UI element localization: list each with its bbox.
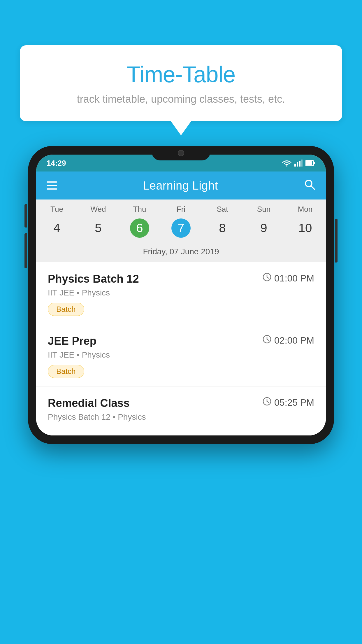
class-name-1: Physics Batch 12 bbox=[48, 273, 139, 285]
power-button bbox=[335, 219, 338, 262]
class-time-3: 05:25 PM bbox=[263, 397, 314, 408]
day-10[interactable]: 10 bbox=[284, 221, 326, 235]
svg-rect-4 bbox=[301, 160, 303, 167]
day-9[interactable]: 9 bbox=[243, 221, 284, 235]
hamburger-menu[interactable] bbox=[47, 181, 57, 190]
day-header-sat[interactable]: Sat bbox=[202, 205, 243, 214]
svg-line-15 bbox=[267, 339, 269, 340]
class-card-header-2: JEE Prep 02:00 PM bbox=[48, 335, 314, 347]
selected-date-label: Friday, 07 June 2019 bbox=[36, 243, 326, 262]
volume-up-button bbox=[24, 204, 27, 228]
batch-badge-2: Batch bbox=[48, 365, 84, 378]
wifi-icon bbox=[282, 160, 291, 167]
hamburger-line bbox=[47, 185, 57, 186]
time-text-2: 02:00 PM bbox=[274, 335, 314, 346]
classes-list: Physics Batch 12 01:00 PM bbox=[36, 262, 326, 435]
time-text-3: 05:25 PM bbox=[274, 397, 314, 408]
day-6-today[interactable]: 6 bbox=[119, 218, 160, 238]
calendar-section: Tue Wed Thu Fri Sat Sun Mon 4 5 6 7 bbox=[36, 200, 326, 262]
hamburger-line bbox=[47, 181, 57, 183]
search-button[interactable] bbox=[304, 178, 315, 193]
svg-point-0 bbox=[286, 165, 287, 167]
day-8[interactable]: 8 bbox=[202, 221, 243, 235]
front-camera bbox=[178, 150, 184, 156]
svg-line-18 bbox=[267, 401, 269, 402]
battery-icon bbox=[305, 160, 315, 166]
class-card-header-3: Remedial Class 05:25 PM bbox=[48, 397, 314, 410]
day-header-mon[interactable]: Mon bbox=[284, 205, 326, 214]
svg-line-9 bbox=[311, 186, 314, 189]
phone-frame: 14:29 bbox=[28, 146, 334, 444]
bubble-subtitle: track timetable, upcoming classes, tests… bbox=[37, 93, 325, 105]
day-header-tue[interactable]: Tue bbox=[36, 205, 78, 214]
class-meta-1: IIT JEE • Physics bbox=[48, 288, 314, 298]
volume-down-button bbox=[24, 233, 27, 268]
clock-icon-2 bbox=[263, 335, 271, 346]
batch-badge-1: Batch bbox=[48, 303, 84, 316]
day-circle-today: 6 bbox=[130, 218, 149, 238]
class-card-3[interactable]: Remedial Class 05:25 PM bbox=[36, 386, 326, 435]
svg-rect-1 bbox=[294, 164, 296, 167]
svg-rect-7 bbox=[306, 161, 312, 165]
class-time-1: 01:00 PM bbox=[263, 273, 314, 284]
day-7-selected[interactable]: 7 bbox=[160, 218, 202, 238]
svg-rect-3 bbox=[299, 161, 301, 167]
day-header-thu[interactable]: Thu bbox=[119, 205, 160, 214]
class-time-2: 02:00 PM bbox=[263, 335, 314, 346]
class-meta-2: IIT JEE • Physics bbox=[48, 350, 314, 360]
clock-icon-3 bbox=[263, 397, 271, 408]
clock-icon-1 bbox=[263, 273, 271, 284]
class-name-2: JEE Prep bbox=[48, 335, 96, 347]
class-card-header-1: Physics Batch 12 01:00 PM bbox=[48, 273, 314, 285]
signal-icon bbox=[294, 160, 303, 167]
day-header-wed[interactable]: Wed bbox=[78, 205, 119, 214]
phone-wrapper: 14:29 bbox=[28, 146, 334, 444]
svg-line-12 bbox=[267, 277, 269, 278]
phone-screen: 14:29 bbox=[36, 155, 326, 435]
class-card-2[interactable]: JEE Prep 02:00 PM bbox=[36, 324, 326, 386]
class-card-1[interactable]: Physics Batch 12 01:00 PM bbox=[36, 262, 326, 324]
day-5[interactable]: 5 bbox=[78, 221, 119, 235]
status-time: 14:29 bbox=[47, 159, 66, 168]
phone-notch bbox=[152, 146, 210, 160]
speech-bubble: Time-Table track timetable, upcoming cla… bbox=[20, 45, 342, 121]
app-title: Learning Light bbox=[143, 179, 218, 192]
hamburger-line bbox=[47, 188, 57, 190]
svg-rect-6 bbox=[314, 162, 315, 164]
day-circle-selected: 7 bbox=[171, 218, 191, 238]
speech-bubble-container: Time-Table track timetable, upcoming cla… bbox=[20, 45, 342, 121]
time-text-1: 01:00 PM bbox=[274, 273, 314, 284]
class-meta-3: Physics Batch 12 • Physics bbox=[48, 412, 314, 422]
day-header-fri[interactable]: Fri bbox=[160, 205, 202, 214]
app-bar: Learning Light bbox=[36, 172, 326, 200]
status-icons bbox=[282, 160, 315, 167]
day-numbers: 4 5 6 7 8 9 10 bbox=[36, 216, 326, 243]
svg-rect-2 bbox=[297, 162, 298, 167]
day-4[interactable]: 4 bbox=[36, 221, 78, 235]
class-name-3: Remedial Class bbox=[48, 397, 130, 410]
day-headers: Tue Wed Thu Fri Sat Sun Mon bbox=[36, 200, 326, 216]
bubble-title: Time-Table bbox=[37, 61, 325, 88]
day-header-sun[interactable]: Sun bbox=[243, 205, 284, 214]
